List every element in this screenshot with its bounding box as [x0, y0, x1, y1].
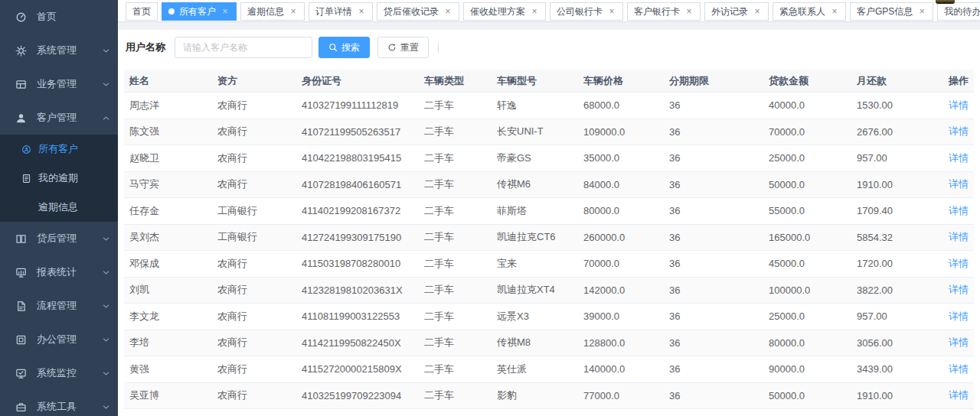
sidebar: 首页 系统管理 业务管理 客户管理 所有客户 我的逾期 逾期信息 贷后管理 报表… [0, 0, 118, 416]
tab-close-icon[interactable]: × [753, 7, 762, 16]
tab-label: 客户银行卡 [634, 5, 680, 18]
table-cell: 128800.0 [583, 337, 669, 349]
table-cell: 957.00 [857, 152, 947, 164]
table-cell: 1910.00 [857, 390, 947, 401]
table-cell: 411081199003122553 [302, 310, 424, 322]
customers-table: 姓名资方身份证号车辆类型车辆型号车辆价格分期期限贷款金额月还款操作 周志洋农商行… [124, 70, 974, 416]
detail-link[interactable]: 详情 [949, 178, 969, 190]
tab-close-icon[interactable]: × [289, 7, 298, 16]
table-cell: 3439.00 [857, 363, 947, 375]
table-row: 周明材农商行二手车95000.036详情 [124, 409, 974, 416]
table-cell: 55000.0 [769, 205, 857, 216]
reset-button[interactable]: 重置 [377, 37, 429, 58]
sidebar-subitem-label: 所有客户 [38, 142, 78, 156]
refresh-icon [387, 43, 397, 52]
chevron-down-icon [102, 235, 110, 243]
sidebar-item-系统监控[interactable]: 系统监控 [0, 356, 118, 390]
action-cell: 详情 [947, 388, 978, 402]
table-cell: 50000.0 [769, 179, 857, 190]
tab[interactable]: 我的待办 × [937, 2, 980, 21]
table-cell: 140000.0 [583, 363, 669, 375]
table-cell: 40000.0 [769, 99, 857, 111]
table-cell: 二手车 [424, 336, 497, 349]
search-button[interactable]: 搜索 [318, 37, 370, 58]
detail-link[interactable]: 详情 [949, 389, 969, 401]
table-cell: 5854.32 [857, 232, 947, 243]
table-cell: 80000.0 [583, 205, 669, 216]
sidebar-subitem-所有客户[interactable]: 所有客户 [0, 135, 118, 164]
table-cell: 二手车 [424, 177, 497, 191]
tab-label: 催收处理方案 [470, 5, 525, 18]
sidebar-item-报表统计[interactable]: 报表统计 [0, 255, 118, 289]
customer-name-input[interactable] [175, 37, 312, 58]
tab-close-icon[interactable]: × [684, 7, 694, 16]
tab[interactable]: 催收处理方案 × [463, 2, 546, 21]
table-cell: 吴刘杰 [129, 230, 217, 244]
tab-close-icon[interactable]: × [220, 7, 230, 16]
tab[interactable]: 外访记录 × [704, 2, 769, 21]
detail-link[interactable]: 详情 [949, 152, 969, 164]
tab[interactable]: 紧急联系人 × [773, 2, 846, 21]
sidebar-item-label: 首页 [37, 10, 57, 24]
table-cell: 41232819810203631X [302, 284, 424, 296]
tab[interactable]: 订单详情 × [309, 2, 373, 21]
table-cell: 农商行 [217, 125, 302, 138]
search-icon [328, 43, 338, 52]
sidebar-item-流程管理[interactable]: 流程管理 [0, 289, 118, 323]
table-cell: 36 [669, 99, 769, 111]
sidebar-subitem-逾期信息[interactable]: 逾期信息 [0, 193, 118, 222]
detail-link[interactable]: 详情 [949, 336, 969, 348]
detail-link[interactable]: 详情 [949, 205, 969, 216]
table-cell: 长安UNI-T [497, 125, 583, 138]
detail-link[interactable]: 详情 [949, 310, 969, 322]
detail-link[interactable]: 详情 [949, 284, 969, 295]
table-cell: 任存金 [129, 204, 217, 218]
table-row: 马守宾农商行410728198406160571二手车传祺M684000.036… [124, 172, 974, 199]
tab-close-icon[interactable]: × [530, 7, 539, 16]
chevron-down-icon [102, 336, 110, 344]
tab[interactable]: 客户GPS信息 × [850, 2, 933, 21]
chevron-down-icon [102, 47, 110, 55]
sidebar-item-首页[interactable]: 首页 [0, 0, 118, 34]
table-cell: 410728198406160571 [302, 179, 424, 190]
tab[interactable]: 公司银行卡 × [550, 2, 623, 21]
tab-close-icon[interactable]: × [357, 7, 366, 16]
tab-label: 逾期信息 [247, 5, 284, 18]
tab[interactable]: 贷后催收记录 × [377, 2, 459, 21]
tab[interactable]: 逾期信息 × [240, 2, 305, 21]
tab-close-icon[interactable]: × [830, 7, 839, 16]
table-cell: 36 [669, 390, 769, 401]
tab[interactable]: 所有客户 × [162, 2, 237, 21]
tab-close-icon[interactable]: × [917, 7, 926, 16]
tab[interactable]: 客户银行卡 × [627, 2, 701, 21]
table-cell: 二手车 [424, 388, 497, 402]
sidebar-item-label: 办公管理 [37, 333, 77, 346]
sidebar-item-客户管理[interactable]: 客户管理 [0, 101, 118, 135]
table-cell: 25000.0 [769, 310, 857, 322]
sidebar-item-icon [15, 267, 27, 278]
sidebar-item-icon [15, 301, 27, 312]
table-cell: 50000.0 [769, 390, 857, 401]
sidebar-item-业务管理[interactable]: 业务管理 [0, 67, 118, 101]
tab[interactable]: 首页 [126, 2, 158, 21]
detail-link[interactable]: 详情 [949, 99, 969, 111]
table-cell: 农商行 [217, 336, 302, 349]
table-cell: 二手车 [424, 99, 497, 112]
detail-link[interactable]: 详情 [949, 258, 969, 269]
table-cell: 1910.00 [857, 179, 947, 190]
detail-link[interactable]: 详情 [949, 231, 969, 242]
sidebar-item-系统管理[interactable]: 系统管理 [0, 34, 118, 67]
table-cell: 农商行 [217, 310, 302, 323]
table-cell: 165000.0 [769, 232, 857, 243]
sidebar-subitem-我的逾期[interactable]: 我的逾期 [0, 164, 118, 193]
detail-link[interactable]: 详情 [949, 125, 969, 137]
table-cell: 3056.00 [857, 337, 947, 349]
sidebar-item-办公管理[interactable]: 办公管理 [0, 323, 118, 356]
tab-close-icon[interactable]: × [443, 7, 452, 16]
table-cell: 70000.0 [583, 258, 669, 269]
sidebar-item-系统工具[interactable]: 系统工具 [0, 390, 118, 416]
sidebar-item-贷后管理[interactable]: 贷后管理 [0, 222, 118, 255]
table-cell: 农商行 [217, 362, 302, 376]
detail-link[interactable]: 详情 [949, 363, 969, 375]
tab-close-icon[interactable]: × [607, 7, 616, 16]
